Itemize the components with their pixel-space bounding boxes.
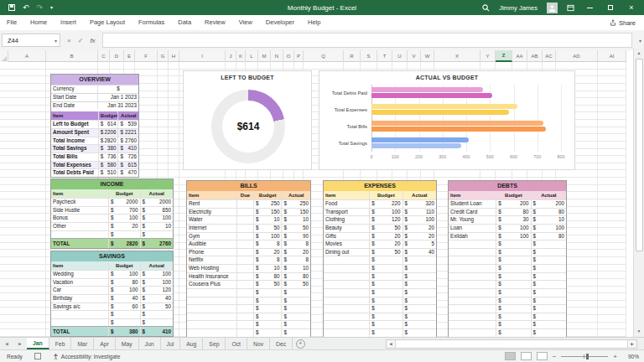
- money-cell[interactable]: $736: [99, 153, 119, 161]
- table-row[interactable]: Health Insurance$80$80: [187, 272, 310, 281]
- money-cell[interactable]: $: [370, 265, 402, 272]
- money-cell[interactable]: $80: [532, 233, 566, 240]
- accessibility-status[interactable]: Accessibility: Investigate: [53, 354, 120, 359]
- column-header-AI[interactable]: AI: [598, 50, 626, 62]
- cell[interactable]: [237, 265, 254, 272]
- item-cell[interactable]: Transport: [324, 209, 370, 216]
- zoom-in-icon[interactable]: +: [613, 353, 617, 360]
- item-cell[interactable]: Mr. Young: [449, 216, 496, 224]
- money-cell[interactable]: $: [403, 297, 436, 305]
- item-cell[interactable]: [187, 329, 237, 337]
- item-cell[interactable]: [187, 321, 237, 328]
- item-cell[interactable]: [449, 289, 496, 297]
- column-header-T[interactable]: T: [377, 50, 392, 62]
- money-cell[interactable]: $: [370, 329, 402, 337]
- column-header-J[interactable]: J: [226, 50, 236, 62]
- zoom-out-icon[interactable]: −: [553, 353, 557, 360]
- select-all-corner[interactable]: [0, 50, 8, 62]
- item-cell[interactable]: Vacation: [51, 279, 109, 287]
- name-box-dropdown-icon[interactable]: ▾: [55, 38, 60, 44]
- item-cell[interactable]: Water: [187, 216, 237, 224]
- empty-row[interactable]: $$: [187, 288, 310, 297]
- money-cell[interactable]: $: [403, 273, 436, 281]
- table-row[interactable]: Amount Spent$2206$2221: [51, 128, 138, 137]
- money-cell[interactable]: $: [496, 329, 531, 337]
- close-button[interactable]: ×: [626, 3, 637, 12]
- vertical-scrollbar[interactable]: ▲ ▼: [633, 48, 644, 337]
- item-cell[interactable]: Birthday: [51, 295, 109, 303]
- empty-row[interactable]: $$: [324, 313, 436, 321]
- money-cell[interactable]: $100: [496, 225, 531, 232]
- money-cell[interactable]: $: [403, 305, 436, 313]
- money-cell[interactable]: $200: [532, 200, 566, 208]
- table-row[interactable]: Paycheck$2000$2000: [51, 198, 173, 206]
- item-cell[interactable]: [449, 249, 496, 256]
- empty-row[interactable]: $$: [324, 320, 436, 328]
- item-cell[interactable]: [187, 313, 237, 321]
- money-cell[interactable]: $: [496, 265, 531, 272]
- table-row[interactable]: Savings a/c$60$50: [51, 303, 173, 311]
- money-cell[interactable]: $100: [141, 279, 173, 287]
- cancel-icon[interactable]: ×: [67, 37, 71, 44]
- column-header-M[interactable]: M: [258, 50, 271, 62]
- table-expenses[interactable]: EXPENSESItemBudgetActualFood$220$320Tran…: [323, 180, 437, 337]
- table-row[interactable]: Mr. Young$30$10: [449, 215, 566, 224]
- money-cell[interactable]: $614: [99, 121, 119, 128]
- money-cell[interactable]: $: [532, 329, 566, 337]
- money-cell[interactable]: $410: [141, 327, 173, 336]
- money-cell[interactable]: $: [496, 289, 531, 297]
- money-cell[interactable]: $2820: [109, 239, 141, 248]
- money-cell[interactable]: $2000: [141, 199, 173, 206]
- money-cell[interactable]: $50: [141, 303, 173, 311]
- money-cell[interactable]: $580: [99, 162, 119, 169]
- table-row[interactable]: Total Debts Paid$510$470: [51, 168, 138, 177]
- table-row[interactable]: Netflix$8$8: [187, 256, 310, 264]
- customize-qat-icon[interactable]: ▾: [50, 0, 53, 15]
- table-row[interactable]: Clothing$120$100: [324, 215, 436, 224]
- item-cell[interactable]: [324, 305, 370, 313]
- minimize-button[interactable]: [584, 3, 595, 12]
- money-cell[interactable]: $2206: [99, 129, 119, 137]
- empty-row[interactable]: $$: [187, 297, 310, 305]
- item-cell[interactable]: Gifts: [324, 233, 370, 240]
- table-debts[interactable]: DEBTSItemBudgetActualStudent Loan$200$20…: [448, 180, 567, 337]
- table-bills[interactable]: BILLSItemDueBudgetActualRent$250$250Elec…: [186, 180, 311, 337]
- empty-row[interactable]: $$: [449, 297, 566, 305]
- item-cell[interactable]: [324, 313, 370, 321]
- column-header-Z[interactable]: Z: [496, 50, 512, 62]
- column-header-R[interactable]: R: [344, 50, 361, 62]
- table-row[interactable]: Electricity$150$150: [187, 208, 310, 216]
- column-header-U[interactable]: U: [392, 50, 408, 62]
- cell[interactable]: [237, 209, 254, 216]
- money-cell[interactable]: $: [370, 256, 402, 264]
- cell[interactable]: [237, 200, 254, 208]
- item-cell[interactable]: Total Debts Paid: [51, 169, 99, 177]
- column-header-Q[interactable]: Q: [304, 50, 344, 62]
- money-cell[interactable]: $: [282, 289, 310, 297]
- table-row[interactable]: Beauty$50$20: [324, 224, 436, 232]
- empty-row[interactable]: $$: [449, 313, 566, 321]
- ribbon-tab-home[interactable]: Home: [23, 15, 54, 30]
- sheet-tab-sep[interactable]: Sep: [203, 338, 226, 349]
- chart-left-to-budget[interactable]: LEFT TO BUDGET$614: [183, 70, 312, 170]
- empty-row[interactable]: $$: [324, 264, 436, 272]
- table-row[interactable]: Birthday$40$40: [51, 294, 173, 303]
- insert-function-icon[interactable]: fx: [90, 37, 95, 44]
- column-header-P[interactable]: P: [294, 50, 304, 62]
- money-cell[interactable]: $200: [496, 200, 531, 208]
- item-cell[interactable]: [324, 265, 370, 272]
- money-cell[interactable]: $2000: [109, 199, 141, 206]
- item-cell[interactable]: Left to Budget: [51, 121, 99, 128]
- money-cell[interactable]: $: [532, 305, 566, 313]
- item-cell[interactable]: [324, 297, 370, 305]
- sheet-tab-jul[interactable]: Jul: [161, 338, 181, 349]
- money-cell[interactable]: $: [370, 281, 402, 288]
- next-sheet-icon[interactable]: ▶: [13, 338, 27, 349]
- money-cell[interactable]: $20: [370, 240, 402, 248]
- table-row[interactable]: Other$20$10: [51, 222, 173, 230]
- money-cell[interactable]: $50: [370, 249, 402, 256]
- money-cell[interactable]: $80: [109, 279, 141, 287]
- money-cell[interactable]: $539: [118, 121, 138, 128]
- cell[interactable]: [237, 216, 254, 224]
- item-cell[interactable]: [449, 297, 496, 305]
